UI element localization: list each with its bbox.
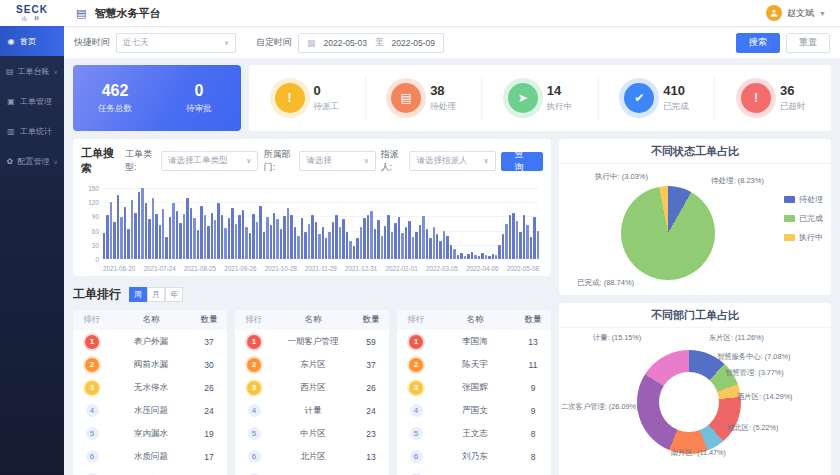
bar[interactable]: [502, 234, 504, 259]
bar[interactable]: [197, 230, 199, 259]
bar[interactable]: [165, 237, 167, 259]
bar[interactable]: [322, 227, 324, 259]
bar[interactable]: [266, 217, 268, 259]
bar[interactable]: [419, 225, 421, 259]
bar[interactable]: [370, 211, 372, 259]
date-start[interactable]: 2022-05-03: [324, 38, 367, 48]
bar[interactable]: [481, 253, 483, 259]
bar[interactable]: [297, 236, 299, 259]
bar[interactable]: [335, 215, 337, 259]
menu-collapse-icon[interactable]: ▤: [76, 7, 86, 20]
bar[interactable]: [374, 229, 376, 259]
table-row[interactable]: 7智慧服务中心10: [235, 468, 389, 475]
bar[interactable]: [186, 198, 188, 259]
bar[interactable]: [259, 206, 261, 259]
bar[interactable]: [110, 202, 112, 259]
bar[interactable]: [533, 217, 535, 259]
bar[interactable]: [224, 228, 226, 259]
bar[interactable]: [183, 214, 185, 259]
bar[interactable]: [384, 226, 386, 259]
bar[interactable]: [190, 208, 192, 259]
bar[interactable]: [148, 219, 150, 259]
table-row[interactable]: 7计量问题12: [73, 468, 227, 475]
bar[interactable]: [294, 227, 296, 259]
bar[interactable]: [471, 252, 473, 259]
table-row[interactable]: 6北片区13: [235, 445, 389, 468]
bar[interactable]: [127, 229, 129, 259]
table-row[interactable]: 5中片区23: [235, 422, 389, 445]
bar[interactable]: [433, 227, 435, 259]
bar[interactable]: [283, 216, 285, 259]
bar[interactable]: [495, 255, 497, 259]
bar[interactable]: [360, 227, 362, 259]
bar[interactable]: [245, 227, 247, 259]
bar[interactable]: [398, 217, 400, 259]
bar[interactable]: [519, 232, 521, 259]
bar[interactable]: [467, 254, 469, 259]
table-row[interactable]: 5王文志8: [397, 422, 551, 445]
bar[interactable]: [106, 215, 108, 259]
bar[interactable]: [117, 195, 119, 259]
bar[interactable]: [221, 215, 223, 259]
bar[interactable]: [155, 214, 157, 259]
bar[interactable]: [238, 215, 240, 259]
bar[interactable]: [169, 217, 171, 259]
sidebar-item-工单台账[interactable]: ▤工单台账∨: [0, 56, 64, 86]
ranking-tab-周[interactable]: 周: [129, 287, 147, 302]
bar[interactable]: [120, 217, 122, 259]
table-row[interactable]: 4严国文9: [397, 399, 551, 422]
assignee-filter-select[interactable]: 请选择指派人 ∨: [409, 151, 495, 171]
table-row[interactable]: 1李国海13: [397, 330, 551, 353]
bar[interactable]: [290, 215, 292, 259]
bar[interactable]: [526, 225, 528, 259]
bar[interactable]: [460, 253, 462, 259]
bar[interactable]: [252, 214, 254, 259]
bar[interactable]: [152, 198, 154, 259]
bar[interactable]: [412, 237, 414, 259]
table-row[interactable]: 6刘乃东8: [397, 445, 551, 468]
bar[interactable]: [301, 218, 303, 259]
bar[interactable]: [315, 222, 317, 259]
bar[interactable]: [207, 226, 209, 259]
bar[interactable]: [523, 215, 525, 259]
bar[interactable]: [204, 215, 206, 259]
table-row[interactable]: 2陈天宇11: [397, 353, 551, 376]
bar[interactable]: [498, 245, 500, 259]
bar[interactable]: [405, 227, 407, 259]
user-name[interactable]: 赵文斌: [787, 7, 814, 20]
query-button[interactable]: 查询: [501, 152, 543, 171]
bar[interactable]: [537, 231, 539, 259]
bar[interactable]: [422, 216, 424, 259]
bar[interactable]: [377, 220, 379, 259]
bar[interactable]: [391, 232, 393, 259]
bar[interactable]: [478, 256, 480, 259]
bar[interactable]: [103, 233, 105, 259]
bar[interactable]: [304, 232, 306, 259]
bar[interactable]: [446, 236, 448, 259]
bar[interactable]: [485, 255, 487, 259]
search-button[interactable]: 搜索: [736, 33, 780, 53]
bar[interactable]: [349, 241, 351, 259]
bar[interactable]: [346, 232, 348, 259]
table-row[interactable]: 4计量24: [235, 399, 389, 422]
bar[interactable]: [443, 231, 445, 259]
ranking-tab-月[interactable]: 月: [147, 287, 165, 302]
legend-item-已完成[interactable]: 已完成: [784, 213, 823, 224]
bar[interactable]: [193, 218, 195, 259]
bar[interactable]: [113, 222, 115, 259]
bar[interactable]: [488, 256, 490, 259]
user-avatar[interactable]: [766, 5, 782, 21]
table-row[interactable]: 3西片区26: [235, 376, 389, 399]
bar[interactable]: [492, 254, 494, 259]
quick-time-select[interactable]: 近七天 ∨: [116, 33, 236, 53]
date-range-picker[interactable]: ▦ 2022-05-03 至 2022-05-09: [298, 33, 444, 53]
bar[interactable]: [429, 238, 431, 259]
bar[interactable]: [159, 225, 161, 259]
legend-item-待处理[interactable]: 待处理: [784, 194, 823, 205]
bar[interactable]: [426, 229, 428, 259]
legend-item-执行中[interactable]: 执行中: [784, 232, 823, 243]
sidebar-item-工单管理[interactable]: ▣工单管理: [0, 86, 64, 116]
bar[interactable]: [231, 208, 233, 259]
bar[interactable]: [217, 203, 219, 259]
date-end[interactable]: 2022-05-09: [392, 38, 435, 48]
